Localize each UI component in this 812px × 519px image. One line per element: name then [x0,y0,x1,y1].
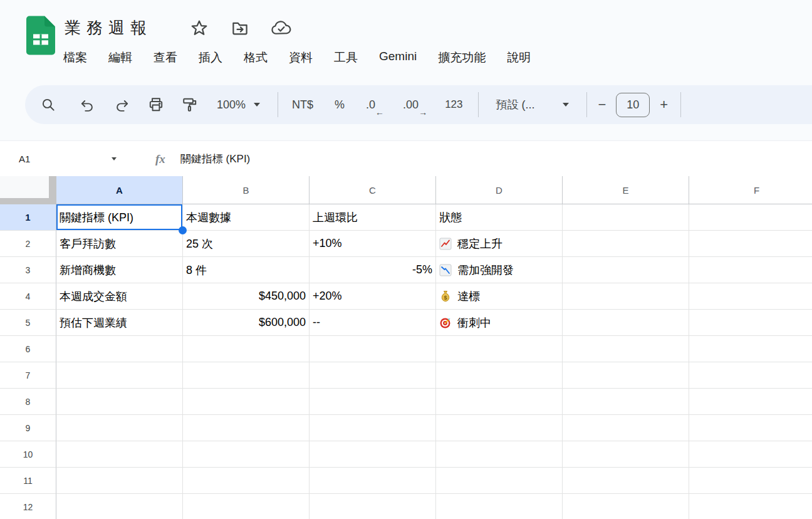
cell-C3[interactable]: -5% [310,257,436,283]
row-header-8[interactable]: 8 [0,389,56,415]
select-all-button[interactable] [0,176,56,204]
percent-format-button[interactable]: % [335,98,345,112]
cell-C12[interactable] [310,494,436,519]
cell-F6[interactable] [689,336,812,362]
row-header-4[interactable]: 4 [0,283,56,310]
currency-format-button[interactable]: NT$ [292,98,313,112]
row-header-6[interactable]: 6 [0,336,56,362]
decrease-font-size-button[interactable]: − [598,97,606,113]
cell-A9[interactable] [56,415,183,441]
cell-B9[interactable] [183,415,310,441]
cell-B12[interactable] [183,494,310,519]
cell-C8[interactable] [310,389,436,415]
menu-tools[interactable]: 工具 [334,50,358,66]
row-header-3[interactable]: 3 [0,257,56,283]
cell-B2[interactable]: 25 次 [183,231,310,257]
row-header-5[interactable]: 5 [0,310,56,336]
cell-A1[interactable]: 關鍵指標 (KPI) [56,204,183,231]
cell-E1[interactable] [563,204,689,231]
cell-D10[interactable] [436,441,563,468]
row-header-2[interactable]: 2 [0,231,56,257]
row-header-7[interactable]: 7 [0,362,56,389]
menu-data[interactable]: 資料 [289,50,313,66]
cell-E4[interactable] [563,283,689,310]
cell-A4[interactable]: 本週成交金額 [56,283,183,310]
cell-B5[interactable]: $600,000 [183,310,310,336]
cell-B4[interactable]: $450,000 [183,283,310,310]
cell-F5[interactable] [689,310,812,336]
menu-insert[interactable]: 插入 [199,50,222,66]
cell-F11[interactable] [689,468,812,494]
cell-D9[interactable] [436,415,563,441]
cell-F12[interactable] [689,494,812,519]
search-icon[interactable] [40,97,56,113]
increase-font-size-button[interactable]: + [660,97,668,113]
fill-handle[interactable] [179,226,187,234]
cell-B3[interactable]: 8 件 [183,257,310,283]
redo-icon[interactable] [114,97,130,113]
more-formats-button[interactable]: 123 [445,98,462,111]
cell-C4[interactable]: +20% [310,283,436,310]
cell-F10[interactable] [689,441,812,468]
column-header-A[interactable]: A [56,176,183,204]
cell-F9[interactable] [689,415,812,441]
cell-A12[interactable] [56,494,183,519]
print-icon[interactable] [148,97,164,113]
cell-E2[interactable] [563,231,689,257]
menu-extensions[interactable]: 擴充功能 [438,50,486,66]
row-header-10[interactable]: 10 [0,441,56,468]
cell-D8[interactable] [436,389,563,415]
row-header-1[interactable]: 1 [0,204,56,231]
row-header-11[interactable]: 11 [0,468,56,494]
menu-format[interactable]: 格式 [244,50,268,66]
cell-D1[interactable]: 狀態 [436,204,563,231]
column-header-F[interactable]: F [689,176,812,204]
cell-D7[interactable] [436,362,563,389]
cell-D6[interactable] [436,336,563,362]
menu-help[interactable]: 說明 [507,50,531,66]
row-header-9[interactable]: 9 [0,415,56,441]
cell-F2[interactable] [689,231,812,257]
cell-C6[interactable] [310,336,436,362]
cell-E7[interactable] [563,362,689,389]
cell-C2[interactable]: +10% [310,231,436,257]
cell-F3[interactable] [689,257,812,283]
menu-file[interactable]: 檔案 [63,50,87,66]
row-header-12[interactable]: 12 [0,494,56,519]
column-header-B[interactable]: B [183,176,310,204]
cell-D12[interactable] [436,494,563,519]
cell-B10[interactable] [183,441,310,468]
formula-input[interactable]: 關鍵指標 (KPI) [180,152,250,166]
cell-B8[interactable] [183,389,310,415]
zoom-select[interactable]: 100% [217,98,260,112]
decrease-decimal-button[interactable]: .0← [366,98,383,112]
increase-decimal-button[interactable]: .00→ [403,98,426,112]
star-icon[interactable] [190,19,209,38]
cloud-saved-icon[interactable] [269,19,293,38]
cell-D11[interactable] [436,468,563,494]
column-header-D[interactable]: D [436,176,563,204]
column-header-C[interactable]: C [310,176,436,204]
sheets-logo-icon[interactable] [26,16,55,55]
cell-A5[interactable]: 預估下週業績 [56,310,183,336]
cell-E3[interactable] [563,257,689,283]
name-box[interactable]: A1 [19,154,117,164]
cell-C10[interactable] [310,441,436,468]
cell-A2[interactable]: 客戶拜訪數 [56,231,183,257]
cell-E6[interactable] [563,336,689,362]
menu-gemini[interactable]: Gemini [379,50,417,66]
cell-E10[interactable] [563,441,689,468]
cell-B1[interactable]: 本週數據 [183,204,310,231]
cell-C11[interactable] [310,468,436,494]
cell-E9[interactable] [563,415,689,441]
cell-A11[interactable] [56,468,183,494]
undo-icon[interactable] [79,97,95,113]
cell-A8[interactable] [56,389,183,415]
cell-E12[interactable] [563,494,689,519]
cell-A6[interactable] [56,336,183,362]
cell-B11[interactable] [183,468,310,494]
column-header-E[interactable]: E [563,176,689,204]
cell-C7[interactable] [310,362,436,389]
document-title[interactable]: 業務週報 [65,17,152,39]
menu-edit[interactable]: 編輯 [108,50,132,66]
